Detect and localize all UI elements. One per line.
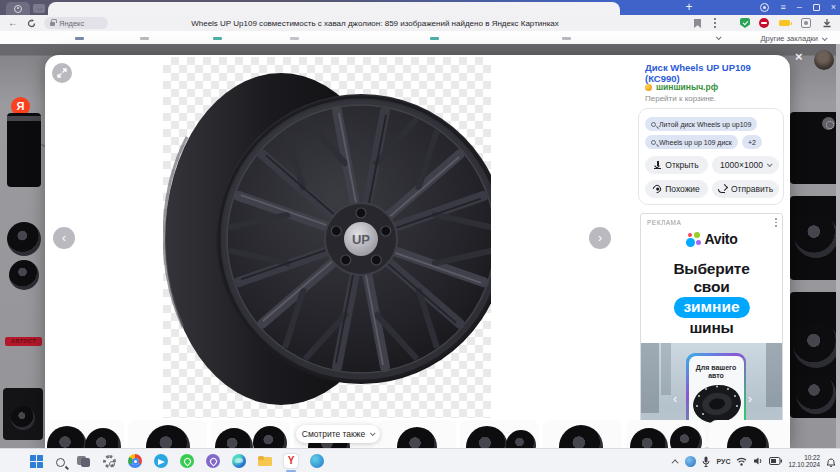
close-window-button[interactable]: × bbox=[831, 0, 836, 15]
more-queries-label: +2 bbox=[748, 139, 756, 146]
ad-prev-icon[interactable]: ‹ bbox=[673, 391, 677, 406]
new-tab-button[interactable]: + bbox=[681, 0, 697, 15]
related-image-thumbnail[interactable] bbox=[128, 420, 207, 448]
browser-menu-icon[interactable]: ≡ bbox=[780, 0, 785, 15]
refresh-button[interactable] bbox=[27, 19, 36, 28]
viber-icon[interactable] bbox=[206, 454, 220, 468]
see-also-button[interactable]: Смотрите также bbox=[296, 425, 380, 443]
maximize-button[interactable] bbox=[813, 4, 820, 11]
chrome-icon[interactable] bbox=[128, 454, 142, 468]
result-thumbnail[interactable] bbox=[7, 113, 41, 187]
address-text: Яндекс bbox=[59, 19, 84, 28]
active-tab[interactable] bbox=[48, 2, 620, 15]
similar-button[interactable]: Похожие bbox=[645, 180, 708, 198]
back-button[interactable]: ← bbox=[8, 17, 18, 29]
bookmark-favicon[interactable] bbox=[430, 37, 439, 40]
query-chip[interactable]: Wheels up up 109 диск bbox=[645, 135, 738, 149]
close-viewer-button[interactable]: × bbox=[795, 49, 803, 64]
whatsapp-icon[interactable] bbox=[180, 454, 194, 468]
scrollbar[interactable] bbox=[836, 44, 840, 448]
chevron-right-icon: › bbox=[598, 231, 602, 245]
user-avatar[interactable] bbox=[814, 50, 834, 70]
chevron-down-icon[interactable] bbox=[716, 34, 722, 40]
tray-overflow-icon[interactable] bbox=[672, 459, 679, 466]
image-canvas: UP bbox=[163, 57, 491, 418]
bookmark-flag-icon[interactable] bbox=[694, 19, 701, 28]
query-chip-label: Wheels up up 109 диск bbox=[659, 139, 732, 146]
related-image-thumbnail[interactable] bbox=[377, 420, 456, 448]
more-queries-chip[interactable]: +2 bbox=[742, 135, 762, 149]
ad-menu-icon[interactable] bbox=[775, 218, 777, 227]
size-select[interactable]: 1000×1000 bbox=[712, 156, 779, 174]
ad-headline: Выберите bbox=[641, 260, 782, 278]
related-image-thumbnail[interactable] bbox=[460, 420, 539, 448]
lock-icon bbox=[50, 22, 55, 26]
previous-image-button[interactable]: ‹ bbox=[53, 227, 75, 249]
share-button[interactable]: Отправить bbox=[712, 180, 779, 198]
settings-icon[interactable] bbox=[103, 455, 116, 468]
downloads-icon[interactable] bbox=[822, 18, 832, 28]
bookmark-favicon[interactable] bbox=[213, 37, 222, 40]
edge-icon[interactable] bbox=[232, 454, 246, 468]
advertisement[interactable]: РЕКЛАМА Avito Выберите свои зимние шины bbox=[640, 213, 783, 448]
bookmark-favicon[interactable] bbox=[75, 37, 84, 40]
result-thumbnail[interactable] bbox=[790, 292, 840, 418]
tray-app-icon[interactable] bbox=[685, 456, 696, 467]
battery-icon[interactable] bbox=[769, 457, 782, 465]
open-button[interactable]: Открыть bbox=[645, 156, 708, 174]
task-view-icon[interactable] bbox=[77, 454, 91, 468]
tab-search-button[interactable] bbox=[33, 4, 45, 13]
wifi-icon[interactable] bbox=[736, 457, 747, 466]
query-chip[interactable]: Литой диск Wheels up up109 bbox=[645, 117, 757, 131]
product-title-link[interactable]: Диск Wheels UP UP109 (КС990) bbox=[645, 62, 787, 84]
antivirus-extension-icon[interactable] bbox=[740, 18, 750, 28]
telegram-icon[interactable] bbox=[154, 454, 168, 468]
profile-icon[interactable] bbox=[760, 3, 769, 12]
related-image-thumbnail[interactable] bbox=[211, 420, 290, 448]
site-row[interactable]: шиншиныч.рф bbox=[645, 82, 718, 92]
minimize-button[interactable]: – bbox=[797, 0, 802, 15]
tab-strip: + ≡ – × bbox=[0, 0, 840, 15]
tray-date: 12.10.2024 bbox=[788, 461, 820, 469]
size-value: 1000×1000 bbox=[720, 160, 763, 170]
pinned-tab[interactable] bbox=[6, 2, 30, 15]
battery-extension-icon[interactable] bbox=[779, 20, 790, 26]
page-title: Wheels UP Up109 совместимость с хавал дж… bbox=[150, 19, 600, 28]
avito-logo-icon bbox=[686, 232, 701, 247]
start-button[interactable] bbox=[30, 454, 44, 468]
result-thumbnail[interactable] bbox=[3, 388, 43, 440]
taskbar-search-icon[interactable] bbox=[56, 458, 65, 467]
result-thumbnail[interactable] bbox=[790, 196, 840, 280]
collections-button[interactable] bbox=[822, 117, 835, 130]
download-icon bbox=[654, 161, 661, 169]
bookmark-favicon[interactable] bbox=[562, 37, 571, 40]
adblock-extension-icon[interactable] bbox=[759, 18, 769, 28]
related-image-thumbnail[interactable] bbox=[709, 420, 790, 448]
go-to-cart-link[interactable]: Перейти к корзине. bbox=[645, 94, 716, 103]
address-bar[interactable]: Яндекс bbox=[44, 17, 108, 29]
yandex-browser-icon[interactable]: Y bbox=[284, 454, 298, 468]
notification-bell-icon[interactable] bbox=[826, 456, 836, 467]
search-icon bbox=[651, 140, 656, 145]
extension-icon[interactable] bbox=[801, 18, 811, 28]
related-image-thumbnail[interactable] bbox=[543, 420, 622, 448]
clock[interactable]: 10:22 12.10.2024 bbox=[788, 454, 820, 469]
other-bookmarks-button[interactable]: Другие закладки bbox=[761, 34, 826, 43]
related-image-thumbnail[interactable] bbox=[45, 420, 124, 448]
fullscreen-button[interactable] bbox=[52, 63, 72, 83]
ad-next-icon[interactable]: › bbox=[748, 391, 752, 406]
related-image-thumbnail[interactable] bbox=[626, 420, 705, 448]
result-thumbnail[interactable] bbox=[5, 210, 43, 296]
speaker-icon[interactable] bbox=[753, 456, 763, 466]
language-indicator[interactable]: РУС bbox=[716, 458, 730, 465]
toolbar-menu-icon[interactable] bbox=[714, 18, 716, 28]
next-image-button[interactable]: › bbox=[589, 227, 611, 249]
file-explorer-icon[interactable] bbox=[258, 454, 272, 468]
screen: + ≡ – × ← Яндекс Wheels UP Up109 совмест… bbox=[0, 0, 840, 472]
ad-label: РЕКЛАМА bbox=[647, 219, 681, 226]
bookmark-favicon[interactable] bbox=[140, 37, 149, 40]
app-icon[interactable] bbox=[310, 454, 324, 468]
bookmark-favicon[interactable] bbox=[290, 37, 299, 40]
wheel-photo bbox=[796, 374, 836, 414]
microphone-icon[interactable] bbox=[702, 456, 710, 467]
